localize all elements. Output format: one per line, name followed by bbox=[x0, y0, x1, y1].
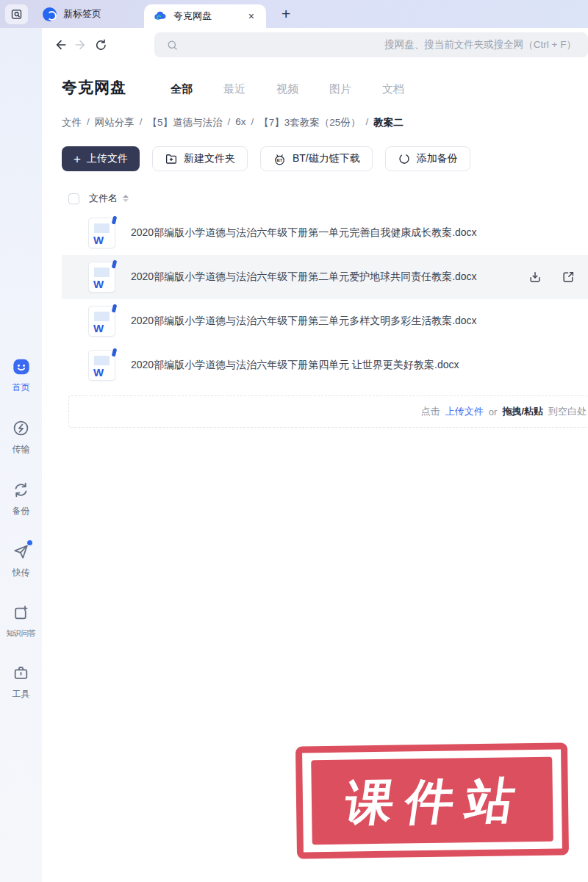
sidebar-item-quick-send[interactable]: 快传 bbox=[11, 542, 31, 579]
forward-button[interactable] bbox=[73, 35, 87, 54]
plus-icon: + bbox=[74, 153, 81, 165]
word-doc-icon: W bbox=[88, 350, 115, 381]
svg-text:BT: BT bbox=[276, 158, 282, 162]
sort-toggle[interactable] bbox=[123, 195, 129, 202]
file-name: 2020部编版小学道德与法治六年级下册第一单元完善自我健康成长教案.docx bbox=[131, 226, 477, 240]
transfer-icon bbox=[11, 418, 31, 438]
search-placeholder: 搜网盘、搜当前文件夹或搜全网（Ctrl + F） bbox=[384, 38, 576, 51]
bt-magnet-icon: BT bbox=[273, 152, 287, 166]
folder-plus-icon bbox=[165, 152, 178, 165]
sidebar-item-label: 快传 bbox=[12, 567, 30, 579]
breadcrumb-item[interactable]: 文件 bbox=[62, 116, 82, 129]
page-title: 夸克网盘 bbox=[62, 77, 126, 98]
collections-search-icon bbox=[10, 8, 23, 21]
filter-tabs: 全部 最近 视频 图片 文档 bbox=[171, 82, 404, 96]
tab-documents[interactable]: 文档 bbox=[382, 82, 404, 96]
sidebar-item-home[interactable]: 首页 bbox=[11, 356, 31, 394]
home-smiley-icon bbox=[11, 356, 31, 376]
tab-close-icon[interactable]: × bbox=[245, 10, 257, 23]
file-name: 2020部编版小学道德与法治六年级下册第三单元多样文明多彩生活教案.docx bbox=[131, 315, 477, 328]
hint-or: or bbox=[489, 406, 498, 417]
new-folder-label: 新建文件夹 bbox=[184, 152, 235, 165]
refresh-button[interactable] bbox=[94, 35, 109, 54]
row-actions bbox=[528, 270, 576, 284]
sidebar-item-knowledge-qa[interactable]: 知识问答 bbox=[7, 603, 36, 639]
breadcrumb-item[interactable]: 6x bbox=[235, 116, 245, 129]
sidebar-item-label: 首页 bbox=[12, 381, 30, 394]
open-external-icon[interactable] bbox=[561, 270, 576, 284]
note-plus-icon bbox=[11, 603, 31, 623]
file-row[interactable]: W 2020部编版小学道德与法治六年级下册第四单元 让世界更美好教案.docx bbox=[62, 343, 588, 387]
tab-videos[interactable]: 视频 bbox=[276, 82, 298, 96]
select-all-checkbox[interactable] bbox=[68, 193, 79, 204]
new-tab-button[interactable]: + bbox=[277, 5, 295, 23]
tab-all[interactable]: 全部 bbox=[171, 82, 193, 96]
tab-search-button[interactable] bbox=[5, 4, 28, 24]
paper-plane-icon bbox=[11, 542, 31, 562]
breadcrumb-separator: / bbox=[228, 116, 231, 129]
tab-recent[interactable]: 最近 bbox=[223, 82, 245, 96]
backup-spinner-icon bbox=[398, 152, 411, 165]
bt-download-label: BT/磁力链下载 bbox=[293, 152, 360, 165]
sidebar-item-label: 备份 bbox=[12, 505, 30, 517]
sort-asc-icon bbox=[123, 195, 129, 198]
add-backup-label: 添加备份 bbox=[417, 152, 458, 165]
search-input[interactable]: 搜网盘、搜当前文件夹或搜全网（Ctrl + F） bbox=[154, 32, 588, 57]
word-doc-icon: W bbox=[88, 306, 115, 337]
word-doc-icon: W bbox=[88, 262, 115, 293]
sidebar-item-backup[interactable]: 备份 bbox=[11, 480, 31, 517]
breadcrumb-separator: / bbox=[251, 116, 254, 129]
breadcrumb-item[interactable]: 【5】道德与法治 bbox=[148, 116, 223, 129]
upload-file-button[interactable]: + 上传文件 bbox=[62, 146, 140, 171]
tab-label: 新标签页 bbox=[63, 7, 101, 21]
breadcrumb-item[interactable]: 【7】3套教案（25份） bbox=[259, 116, 360, 129]
app-sidebar: 首页 传输 备份 bbox=[0, 28, 42, 882]
sidebar-item-transfer[interactable]: 传输 bbox=[11, 418, 31, 456]
breadcrumb-separator: / bbox=[365, 116, 368, 129]
hint-suffix: 到空白处 bbox=[548, 405, 587, 418]
breadcrumb: 文件 / 网站分享 / 【5】道德与法治 / 6x / 【7】3套教案（25份）… bbox=[62, 116, 588, 129]
file-row[interactable]: W 2020部编版小学道德与法治六年级下册第二单元爱护地球共同责任教案.docx bbox=[62, 255, 588, 299]
back-button[interactable] bbox=[54, 35, 68, 54]
upload-drop-zone[interactable]: 点击 上传文件 or 拖拽/粘贴 到空白处 bbox=[68, 395, 588, 428]
filename-column-header: 文件名 bbox=[89, 192, 118, 205]
upload-file-label: 上传文件 bbox=[87, 152, 128, 165]
hint-prefix: 点击 bbox=[421, 405, 440, 418]
tab-images[interactable]: 图片 bbox=[329, 82, 351, 96]
file-name: 2020部编版小学道德与法治六年级下册第四单元 让世界更美好教案.docx bbox=[131, 359, 459, 372]
action-buttons: + 上传文件 新建文件夹 bbox=[62, 146, 588, 171]
new-folder-button[interactable]: 新建文件夹 bbox=[152, 146, 248, 171]
watermark-stamp: 课件站 bbox=[295, 742, 569, 858]
quark-browser-logo-icon bbox=[43, 7, 57, 21]
browser-tab-bar: 新标签页 夸克网盘 × + bbox=[0, 0, 588, 28]
download-icon[interactable] bbox=[528, 270, 542, 284]
sidebar-item-label: 工具 bbox=[12, 688, 30, 700]
sort-desc-icon bbox=[123, 199, 129, 202]
browser-tab-newtab[interactable]: 新标签页 bbox=[34, 7, 126, 21]
hint-upload-link[interactable]: 上传文件 bbox=[445, 405, 484, 418]
sidebar-item-label: 知识问答 bbox=[7, 628, 36, 639]
notification-dot bbox=[27, 540, 32, 545]
search-icon bbox=[166, 39, 179, 51]
navigation-toolbar: 搜网盘、搜当前文件夹或搜全网（Ctrl + F） bbox=[42, 28, 588, 62]
word-doc-icon: W bbox=[88, 218, 115, 248]
tab-label: 夸克网盘 bbox=[173, 10, 212, 23]
breadcrumb-item[interactable]: 网站分享 bbox=[95, 116, 135, 129]
watermark-stamp-inner: 课件站 bbox=[311, 757, 553, 845]
file-row[interactable]: W 2020部编版小学道德与法治六年级下册第一单元完善自我健康成长教案.docx bbox=[62, 211, 588, 255]
browser-tab-quark-drive[interactable]: 夸克网盘 × bbox=[144, 4, 266, 28]
breadcrumb-separator: / bbox=[87, 116, 90, 129]
hint-drag-label: 拖拽/粘贴 bbox=[502, 405, 543, 418]
file-table-header: 文件名 bbox=[62, 188, 588, 209]
add-backup-button[interactable]: 添加备份 bbox=[385, 146, 470, 171]
file-list: W 2020部编版小学道德与法治六年级下册第一单元完善自我健康成长教案.docx… bbox=[62, 211, 588, 387]
sidebar-item-tools[interactable]: 工具 bbox=[11, 663, 31, 700]
breadcrumb-separator: / bbox=[140, 116, 143, 129]
sync-arrows-icon bbox=[11, 480, 31, 500]
file-row[interactable]: W 2020部编版小学道德与法治六年级下册第三单元多样文明多彩生活教案.docx bbox=[62, 299, 588, 343]
toolbox-icon bbox=[11, 663, 31, 683]
breadcrumb-current: 教案二 bbox=[373, 116, 404, 129]
quark-cloud-logo-icon bbox=[153, 9, 168, 24]
file-name: 2020部编版小学道德与法治六年级下册第二单元爱护地球共同责任教案.docx bbox=[131, 270, 477, 284]
bt-magnet-download-button[interactable]: BT BT/磁力链下载 bbox=[260, 146, 373, 171]
